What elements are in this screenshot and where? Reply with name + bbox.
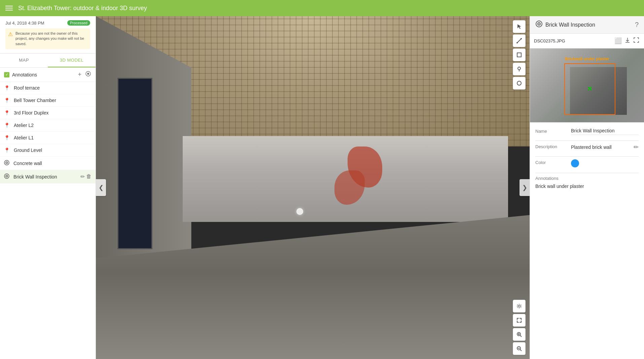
svg-point-4 xyxy=(6,162,7,163)
location-dot-icon xyxy=(535,20,543,29)
annotations-checkbox[interactable] xyxy=(4,72,9,77)
svg-rect-23 xyxy=(521,321,522,323)
svg-point-7 xyxy=(6,176,7,176)
annotation-list: 📍 Roof terrace 📍 Bell Tower Chamber 📍 3r… xyxy=(0,82,96,359)
circle-tool-button[interactable] xyxy=(513,77,526,90)
line-tool-button[interactable] xyxy=(513,34,526,47)
delete-item-button[interactable]: 🗑 xyxy=(86,173,92,180)
zoom-out-button[interactable] xyxy=(513,342,526,355)
tab-3dmodel[interactable]: 3D MODEL xyxy=(48,54,96,67)
location-pin-icon: 📍 xyxy=(4,148,10,153)
tab-map[interactable]: MAP xyxy=(0,54,48,67)
divider-2 xyxy=(535,156,639,157)
item-label: Concrete wall xyxy=(13,161,92,166)
help-button[interactable]: ? xyxy=(635,21,639,29)
warning-text: Because you are not the owner of this pr… xyxy=(15,31,87,46)
add-annotation-button[interactable]: + xyxy=(77,70,82,79)
fit-view-button[interactable] xyxy=(513,314,526,327)
pin-tool-button[interactable] xyxy=(513,63,526,75)
cursor-tool-button[interactable] xyxy=(513,20,526,33)
fold-annotations-button[interactable] xyxy=(85,70,92,79)
menu-button[interactable] xyxy=(5,6,13,10)
annotations-label: Annotations xyxy=(12,72,74,77)
list-item-active[interactable]: Brick Wall Inspection ✏ 🗑 xyxy=(0,170,96,184)
edit-description-button[interactable]: ✏ xyxy=(634,143,639,151)
zoom-in-button[interactable] xyxy=(513,328,526,341)
warning-icon: ⚠ xyxy=(8,31,13,46)
svg-rect-19 xyxy=(521,318,522,320)
list-item[interactable]: 📍 Roof terrace xyxy=(0,82,96,94)
tabs: MAP 3D MODEL xyxy=(0,54,96,68)
window xyxy=(117,78,152,249)
name-label: Name xyxy=(535,128,566,134)
item-label: Ground Level xyxy=(14,148,92,153)
annotation-chip: Brick wall under plaster xyxy=(535,184,639,189)
sidebar: Jul 4, 2018 4:38 PM Processed ⚠ Because … xyxy=(0,16,96,359)
item-label: Atelier L2 xyxy=(14,123,92,128)
svg-rect-11 xyxy=(517,53,521,57)
location-pin-icon: 📍 xyxy=(4,135,10,140)
location-pin-icon: 📍 xyxy=(4,123,10,128)
svg-point-33 xyxy=(539,24,540,25)
location-pin-icon: 📍 xyxy=(4,98,10,103)
nav-next-button[interactable]: ❯ xyxy=(520,179,530,196)
color-label: Color xyxy=(535,159,566,165)
expand-image-button[interactable]: ⬜ xyxy=(614,36,622,45)
item-actions: ✏ 🗑 xyxy=(80,173,92,180)
svg-line-8 xyxy=(517,39,521,43)
item-label: Bell Tower Chamber xyxy=(14,98,92,103)
list-item[interactable]: 📍 Bell Tower Chamber xyxy=(0,94,96,107)
annotation-box-label: Brickwall under plaster xyxy=(565,57,609,61)
item-label: Atelier L1 xyxy=(14,135,92,140)
download-image-button[interactable] xyxy=(624,36,631,45)
right-panel: Brick Wall Inspection ? DSC02375.JPG ⬜ xyxy=(530,16,644,359)
annotations-section: Annotations Brick wall under plaster xyxy=(535,176,639,189)
app-title: St. Elizabeth Tower: outdoor & indoor 3D… xyxy=(18,5,147,12)
annotations-header: Annotations + xyxy=(0,68,96,82)
image-actions: ⬜ xyxy=(614,36,640,45)
svg-point-10 xyxy=(521,38,522,39)
list-item[interactable]: 📍 3rd Floor Duplex xyxy=(0,107,96,119)
svg-point-9 xyxy=(516,42,518,43)
room-scene xyxy=(96,16,530,359)
navigation-point[interactable] xyxy=(296,208,303,215)
nav-prev-button[interactable]: ❮ xyxy=(96,179,106,196)
main-content: Jul 4, 2018 4:38 PM Processed ⚠ Because … xyxy=(0,16,644,359)
image-filename: DSC02375.JPG xyxy=(534,38,611,43)
settings-button[interactable] xyxy=(513,300,526,313)
description-label: Description xyxy=(535,143,566,149)
annotations-actions: + xyxy=(77,70,92,79)
annotation-crosshair: ✕ xyxy=(587,85,592,93)
svg-point-12 xyxy=(518,67,521,70)
item-label: 3rd Floor Duplex xyxy=(14,110,92,116)
fullscreen-image-button[interactable] xyxy=(633,36,640,45)
viewer-toolbar-top xyxy=(513,20,526,90)
warning-row: ⚠ Because you are not the owner of this … xyxy=(5,28,90,49)
svg-rect-21 xyxy=(517,321,517,323)
list-item[interactable]: Concrete wall xyxy=(0,157,96,170)
divider-3 xyxy=(535,173,639,173)
list-item[interactable]: 📍 Atelier L1 xyxy=(0,132,96,144)
right-panel-header: Brick Wall Inspection ? xyxy=(530,16,644,34)
sidebar-header: Jul 4, 2018 4:38 PM Processed ⚠ Because … xyxy=(0,16,96,54)
annotations-section-title: Annotations xyxy=(535,176,639,181)
location-pin-icon: 📍 xyxy=(4,85,10,91)
panel-title: Brick Wall Inspection xyxy=(545,22,632,28)
topbar: St. Elizabeth Tower: outdoor & indoor 3D… xyxy=(0,0,644,16)
edit-item-button[interactable]: ✏ xyxy=(80,173,85,180)
3d-viewer[interactable]: ❮ ❯ xyxy=(96,16,530,359)
svg-point-14 xyxy=(517,81,521,85)
target-icon xyxy=(4,173,9,180)
divider xyxy=(535,140,639,141)
box-tool-button[interactable] xyxy=(513,48,526,61)
processed-badge: Processed xyxy=(67,20,90,26)
list-item[interactable]: 📍 Atelier L2 xyxy=(0,119,96,132)
color-picker-button[interactable] xyxy=(571,159,579,167)
date-text: Jul 4, 2018 4:38 PM xyxy=(5,21,44,26)
name-row: Name Brick Wall Inspection xyxy=(535,128,639,135)
viewer-toolbar-bottom xyxy=(513,300,526,355)
detail-panel: Name Brick Wall Inspection Description P… xyxy=(530,123,644,359)
list-item[interactable]: 📍 Ground Level xyxy=(0,144,96,157)
target-icon xyxy=(4,160,9,166)
color-row: Color xyxy=(535,159,639,167)
